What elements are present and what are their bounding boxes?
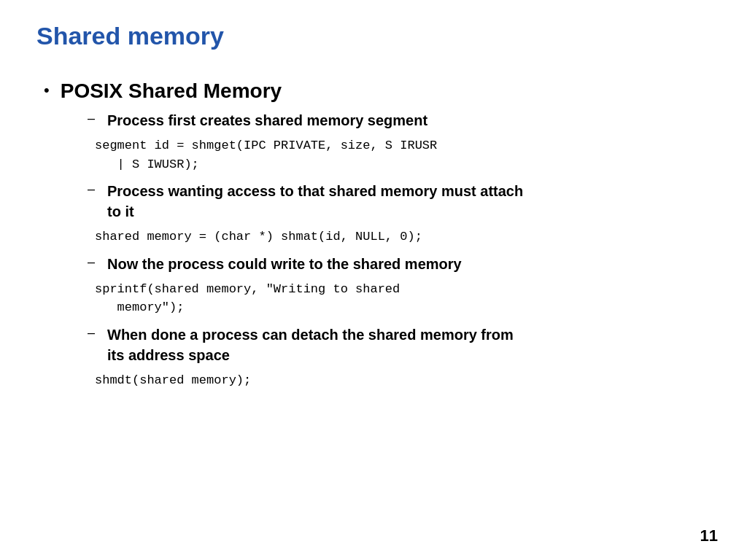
sub-bullet-4: – When done a process can detach the sha… (88, 324, 711, 365)
code-block-2: shared memory = (char *) shmat(id, NULL,… (88, 228, 711, 246)
content-area: • POSIX Shared Memory – Process first cr… (36, 79, 711, 389)
sub-bullet-3: – Now the process could write to the sha… (88, 254, 711, 274)
sub-bullet-text-3: Now the process could write to the share… (107, 254, 462, 274)
code-block-4: shmdt(shared memory); (88, 371, 711, 390)
slide-title: Shared memory (36, 22, 711, 50)
code-block-3: sprintf(shared memory, "Writing to share… (88, 280, 711, 317)
sub-dash-2: – (88, 182, 98, 197)
sub-bullet-2: – Process wanting access to that shared … (88, 181, 711, 222)
sub-items-list: – Process first creates shared memory se… (44, 110, 711, 389)
sub-dash-3: – (88, 254, 98, 270)
slide: Shared memory • POSIX Shared Memory – Pr… (0, 0, 747, 560)
main-bullet-text: POSIX Shared Memory (61, 79, 282, 103)
sub-bullet-text-2: Process wanting access to that shared me… (107, 181, 523, 222)
code-block-1: segment id = shmget(IPC PRIVATE, size, S… (88, 136, 711, 174)
sub-bullet-1: – Process first creates shared memory se… (88, 110, 711, 131)
bullet-dot: • (44, 81, 50, 100)
sub-bullet-text-1: Process first creates shared memory segm… (107, 110, 427, 131)
main-bullet: • POSIX Shared Memory (44, 79, 711, 103)
sub-bullet-text-4: When done a process can detach the share… (107, 324, 514, 365)
sub-dash-1: – (88, 111, 98, 126)
sub-dash-4: – (88, 325, 98, 341)
page-number: 11 (700, 526, 718, 545)
